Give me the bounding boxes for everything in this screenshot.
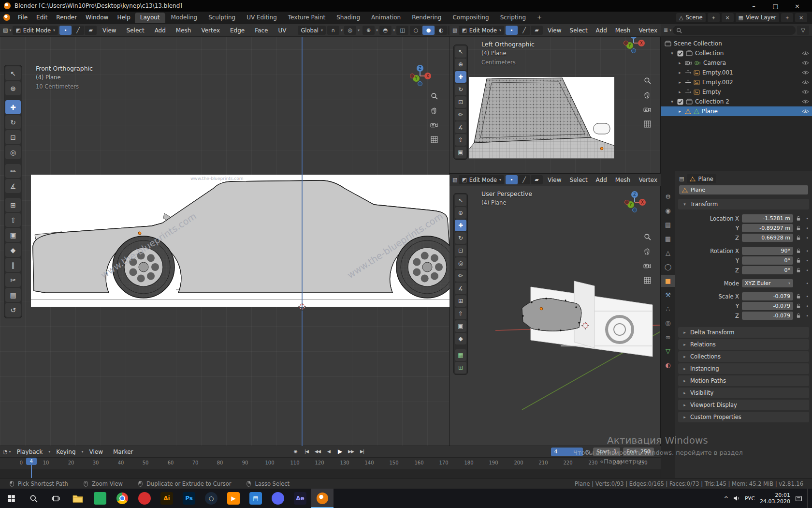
editor-type-icon[interactable]: ▧	[452, 27, 457, 33]
animate-dot-icon[interactable]: ∙	[806, 303, 810, 309]
menu-vertex[interactable]: Vertex	[197, 24, 224, 37]
tab-world[interactable]: ◯	[661, 261, 675, 273]
illustrator-icon[interactable]: Ai	[156, 489, 178, 508]
editor-type-icon[interactable]: ▧	[452, 177, 457, 183]
proportional-edit-icon[interactable]: ◎	[344, 26, 356, 35]
workspace-tab-uv-editing[interactable]: UV Editing	[241, 13, 282, 23]
tray-chevron-icon[interactable]: ^	[724, 495, 728, 502]
expand-icon[interactable]: ▸	[677, 80, 682, 85]
steam-icon[interactable]: ○	[200, 489, 222, 508]
pan-hand-icon[interactable]	[641, 245, 653, 257]
tool-measure[interactable]: ∡	[455, 121, 466, 133]
tab-data[interactable]: ▽	[661, 345, 675, 357]
animate-dot-icon[interactable]: ∙	[806, 216, 810, 221]
menu-select[interactable]: Select	[122, 24, 149, 37]
workspace-tab-animation[interactable]: Animation	[366, 13, 406, 23]
menu-mesh[interactable]: Mesh	[172, 24, 196, 37]
start-frame-field[interactable]: Start1	[593, 448, 620, 456]
tool-rotate[interactable]: ↻	[455, 232, 466, 244]
viewport-perspective[interactable]: ▧ ◩ Edit Mode ▾ • ╱ ▰ View Select Add Me…	[450, 174, 661, 446]
tool-cursor[interactable]: ⊕	[455, 59, 466, 70]
tool-cursor[interactable]: ⊕	[5, 81, 21, 95]
section-instancing[interactable]: ▸Instancing	[678, 363, 809, 374]
eye-icon[interactable]	[802, 109, 809, 114]
checkbox-icon[interactable]	[677, 50, 683, 57]
tool-measure[interactable]: ∡	[5, 179, 21, 193]
section-motion-paths[interactable]: ▸Motion Paths	[678, 375, 809, 386]
outliner-row-plane[interactable]: ▸ Plane	[661, 106, 812, 116]
outliner-row-empty[interactable]: ▸ Empty	[661, 87, 812, 97]
menu-edit[interactable]: Edit	[32, 11, 52, 24]
face-select-button[interactable]: ▰	[85, 26, 97, 35]
expand-icon[interactable]: ▸	[677, 109, 682, 114]
animate-dot-icon[interactable]: ∙	[806, 225, 810, 231]
menu-edge[interactable]: Edge	[226, 24, 249, 37]
outliner-row-empty-002[interactable]: ▸ Empty.002	[661, 77, 812, 87]
tool-transform[interactable]: ◎	[455, 257, 466, 269]
editor-type-icon[interactable]: ◔	[3, 448, 8, 455]
mode-dropdown[interactable]: ◩ Edit Mode ▾	[13, 26, 58, 35]
scale-x-field[interactable]: -0.079	[742, 292, 793, 300]
toggle-ortho-icon[interactable]	[428, 134, 440, 145]
menu-vertex[interactable]: Vertex	[635, 24, 661, 37]
tool-move[interactable]: ✚	[455, 220, 466, 231]
menu-view[interactable]: View	[98, 24, 120, 37]
workspace-tab-rendering[interactable]: Rendering	[406, 13, 447, 23]
tab-physics[interactable]: ◎	[661, 317, 675, 329]
tab-constraints[interactable]: ∞	[661, 331, 675, 343]
rotation-mode-dropdown[interactable]: XYZ Euler ▾	[742, 279, 793, 287]
jump-to-end-button[interactable]: ▶|	[357, 447, 367, 456]
selected-vertex[interactable]	[138, 232, 141, 235]
navigation-gizmo[interactable]: Z X Y	[409, 64, 431, 86]
photoshop-icon[interactable]: Ps	[178, 489, 200, 508]
tab-output[interactable]: ▤	[661, 219, 675, 231]
camera-view-icon[interactable]	[428, 119, 440, 131]
end-frame-field[interactable]: End250	[623, 448, 654, 456]
next-keyframe-button[interactable]: ▶▶	[346, 447, 356, 456]
outliner-row-camera[interactable]: ▸ Camera	[661, 58, 812, 68]
tool-select-box[interactable]: ↖	[5, 66, 21, 80]
workspace-tab-modeling[interactable]: Modeling	[166, 13, 203, 23]
tab-view-layer[interactable]: ▦	[661, 233, 675, 245]
scene-selector[interactable]: △ Scene	[676, 13, 706, 22]
face-select-button[interactable]: ▰	[531, 26, 543, 35]
menu-face[interactable]: Face	[250, 24, 272, 37]
animate-dot-icon[interactable]: ∙	[806, 258, 810, 263]
discord-icon[interactable]	[267, 489, 289, 508]
animate-dot-icon[interactable]: ∙	[806, 235, 810, 240]
prev-keyframe-button[interactable]: ◀◀	[312, 447, 323, 456]
tool-inset[interactable]: ▣	[5, 228, 21, 242]
filter-icon[interactable]: ▽	[797, 26, 809, 35]
tool-spin[interactable]: ↺	[5, 303, 21, 317]
tab-render[interactable]: ◉	[661, 205, 675, 217]
tool-scale[interactable]: ⊡	[5, 130, 21, 144]
tool-select-box[interactable]: ↖	[455, 46, 466, 58]
tool-extrude[interactable]: ⇧	[5, 213, 21, 227]
lock-icon[interactable]	[796, 294, 803, 299]
lock-icon[interactable]	[796, 225, 803, 231]
tool-measure[interactable]: ∡	[455, 283, 466, 294]
volume-icon[interactable]	[733, 495, 740, 502]
menu-view[interactable]: View	[544, 174, 565, 186]
tool-move[interactable]: ✚	[5, 100, 21, 114]
outliner-search-input[interactable]	[673, 26, 796, 35]
editor-type-icon[interactable]: ▤	[679, 176, 684, 182]
minimize-button[interactable]: –	[743, 0, 765, 12]
viewport-front[interactable]: ▧ ▾ ◩ Edit Mode ▾ • ╱ ▰ View Select Add …	[0, 24, 450, 446]
tool-move[interactable]: ✚	[455, 71, 466, 83]
tool-bevel[interactable]: ◆	[455, 333, 466, 344]
chrome-icon[interactable]	[111, 489, 133, 508]
language-indicator[interactable]: РУС	[745, 495, 755, 502]
outliner-row-scene-collection[interactable]: Scene Collection	[661, 39, 812, 48]
menu-help[interactable]: Help	[113, 11, 134, 24]
after-effects-icon[interactable]: Ae	[289, 489, 311, 508]
start-button[interactable]	[0, 489, 22, 508]
tool-loop-cut[interactable]: ∥	[5, 258, 21, 272]
tab-object[interactable]: ■	[661, 275, 675, 287]
face-select-button[interactable]: ▰	[531, 175, 543, 184]
tool-select-box[interactable]: ↖	[455, 194, 466, 206]
expand-icon[interactable]: ▸	[677, 70, 682, 75]
overlays-toggle-icon[interactable]: ◓	[379, 26, 392, 35]
outliner-row-empty-001[interactable]: ▸ Empty.001	[661, 68, 812, 77]
tool-bevel[interactable]: ◆	[5, 243, 21, 257]
